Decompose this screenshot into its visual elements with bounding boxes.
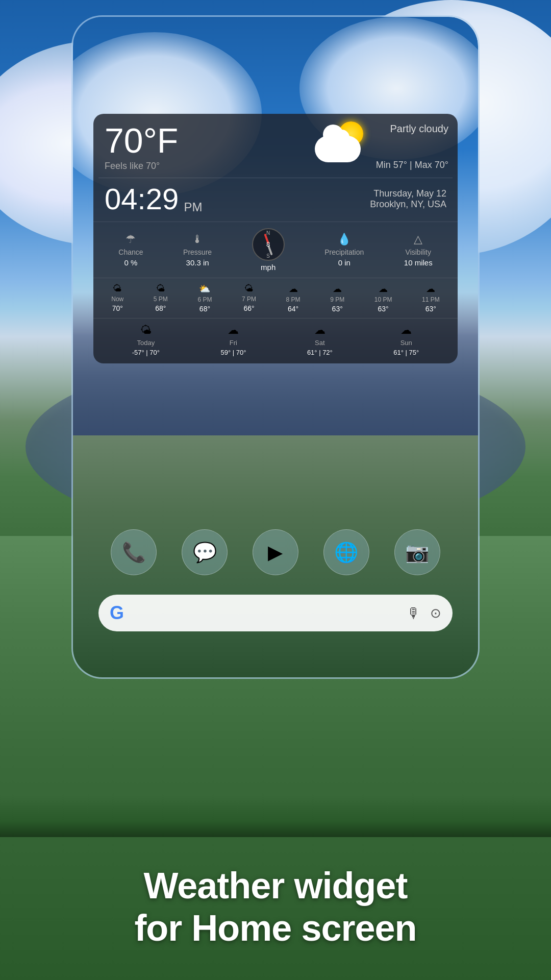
daily-icon-sun: ☁ — [400, 324, 412, 337]
date-display: Thursday, May 12 — [370, 188, 446, 199]
daily-sat: ☁ Sat 61° | 72° — [307, 324, 333, 356]
hour-icon-5pm: 🌤 — [156, 283, 165, 294]
hour-label-6pm: 6 PM — [197, 296, 212, 303]
hour-5pm: 🌤 5 PM 68° — [154, 283, 168, 313]
daily-range-sun: 61° | 75° — [393, 349, 419, 356]
compass-north: N — [266, 230, 270, 236]
hour-temp-5pm: 68° — [155, 304, 166, 312]
hour-icon-11pm: ☁ — [426, 283, 435, 295]
caption-line2: for Home screen — [0, 907, 551, 949]
daily-fri: ☁ Fri 59° | 70° — [220, 324, 246, 356]
stat-visibility: △ Visibility 10 miles — [404, 233, 433, 267]
hourly-row: 🌤 Now 70° 🌤 5 PM 68° ⛅ 6 PM 68° — [97, 283, 454, 313]
hour-temp-now: 70° — [112, 304, 123, 312]
dock-messages-button[interactable]: 💬 — [182, 529, 228, 575]
app-dock: 📞 💬 ▶ 🌐 📷 — [98, 529, 453, 575]
pressure-value: 30.3 in — [186, 258, 209, 267]
hour-10pm: ☁ 10 PM 63° — [374, 283, 392, 313]
date-location-section: Thursday, May 12 Brooklyn, NY, USA — [370, 188, 446, 210]
hour-label-10pm: 10 PM — [374, 296, 392, 303]
time-date-row: 04:29 PM Thursday, May 12 Brooklyn, NY, … — [93, 178, 458, 222]
lens-icon[interactable]: ⊙ — [430, 605, 441, 621]
daily-today: 🌤 Today -57° | 70° — [132, 324, 160, 356]
ampm-display: PM — [184, 200, 203, 214]
chance-icon: ☂ — [126, 233, 136, 246]
weather-condition: Partly cloudy — [390, 123, 449, 135]
dock-phone-button[interactable]: 📞 — [111, 529, 157, 575]
hour-8pm: ☁ 8 PM 64° — [286, 283, 300, 313]
hour-icon-7pm: 🌤 — [244, 283, 254, 294]
daily-row: 🌤 Today -57° | 70° ☁ Fri 59° | 70° ☁ Sat… — [104, 324, 447, 356]
hour-11pm: ☁ 11 PM 63° — [422, 283, 440, 313]
daily-day-sat: Sat — [315, 339, 325, 347]
max-value: 70° — [435, 160, 448, 170]
daily-day-today: Today — [137, 339, 155, 347]
pressure-icon: 🌡 — [192, 233, 203, 246]
hour-6pm: ⛅ 6 PM 68° — [197, 283, 212, 313]
hour-temp-9pm: 63° — [332, 305, 343, 313]
hour-temp-6pm: 68° — [199, 305, 210, 313]
wind-unit: mph — [261, 263, 276, 272]
dock-playstore-button[interactable]: ▶ — [253, 529, 298, 575]
weather-icon-area — [315, 119, 376, 165]
hour-label-11pm: 11 PM — [422, 296, 440, 303]
min-value: 57° — [393, 160, 407, 170]
min-label: Min — [376, 160, 391, 170]
microphone-icon[interactable]: 🎙 — [407, 605, 421, 622]
daily-day-sun: Sun — [400, 339, 412, 347]
daily-range-fri: 59° | 70° — [220, 349, 246, 356]
wind-speed: 8 — [266, 240, 270, 248]
hour-label-now: Now — [111, 296, 123, 303]
hour-temp-10pm: 63° — [378, 305, 389, 313]
hour-label-8pm: 8 PM — [286, 296, 300, 303]
visibility-label: Visibility — [406, 248, 431, 256]
daily-icon-sat: ☁ — [314, 324, 325, 337]
chance-value: 0 % — [124, 258, 137, 267]
daily-day-fri: Fri — [230, 339, 237, 347]
hour-label-5pm: 5 PM — [154, 296, 168, 303]
stat-wind: N 8 S mph — [252, 228, 285, 272]
partly-cloudy-icon — [315, 119, 371, 162]
hour-temp-8pm: 64° — [288, 305, 298, 313]
hour-now: 🌤 Now 70° — [111, 283, 123, 313]
google-logo: G — [110, 602, 124, 624]
chance-label: Chance — [118, 248, 143, 256]
search-right-icons: 🎙 ⊙ — [407, 605, 441, 622]
visibility-icon: △ — [414, 233, 422, 246]
pressure-label: Pressure — [183, 248, 212, 256]
stat-chance: ☂ Chance 0 % — [118, 233, 143, 267]
daily-icon-today: 🌤 — [140, 324, 152, 337]
daily-sun: ☁ Sun 61° | 75° — [393, 324, 419, 356]
dock-camera-button[interactable]: 📷 — [394, 529, 440, 575]
max-label: Max — [415, 160, 432, 170]
daily-range-sat: 61° | 72° — [307, 349, 333, 356]
daily-icon-fri: ☁ — [228, 324, 239, 337]
daily-range-today: -57° | 70° — [132, 349, 160, 356]
hour-icon-6pm: ⛅ — [199, 283, 210, 295]
cloud-icon — [315, 136, 361, 162]
hour-icon-8pm: ☁ — [289, 283, 298, 295]
hour-temp-7pm: 66° — [243, 304, 254, 312]
time-display: 04:29 — [105, 182, 179, 215]
hour-7pm: 🌤 7 PM 66° — [242, 283, 256, 313]
weather-widget[interactable]: 70°F Partly cloudy Feels like 70° Min 57… — [93, 114, 458, 363]
hour-temp-11pm: 63° — [425, 305, 436, 313]
feels-like-value: 70° — [146, 161, 160, 171]
hour-9pm: ☁ 9 PM 63° — [330, 283, 344, 313]
stat-precipitation: 💧 Precipitation 0 in — [324, 233, 364, 267]
phone-frame: 70°F Partly cloudy Feels like 70° Min 57… — [71, 15, 480, 679]
stat-pressure: 🌡 Pressure 30.3 in — [183, 233, 212, 267]
google-search-bar[interactable]: G 🎙 ⊙ — [98, 595, 453, 631]
precipitation-label: Precipitation — [324, 248, 364, 256]
precipitation-icon: 💧 — [337, 233, 351, 246]
widget-top-section: 70°F Partly cloudy Feels like 70° Min 57… — [93, 114, 458, 178]
location-display: Brooklyn, NY, USA — [370, 199, 446, 210]
precipitation-value: 0 in — [338, 258, 350, 267]
hour-label-7pm: 7 PM — [242, 296, 256, 303]
dock-chrome-button[interactable]: 🌐 — [323, 529, 369, 575]
compass-icon: N 8 S — [252, 228, 285, 261]
hour-label-9pm: 9 PM — [330, 296, 344, 303]
min-max-display: Min 57° | Max 70° — [376, 160, 448, 170]
time-section: 04:29 PM — [105, 184, 203, 214]
visibility-value: 10 miles — [404, 258, 433, 267]
